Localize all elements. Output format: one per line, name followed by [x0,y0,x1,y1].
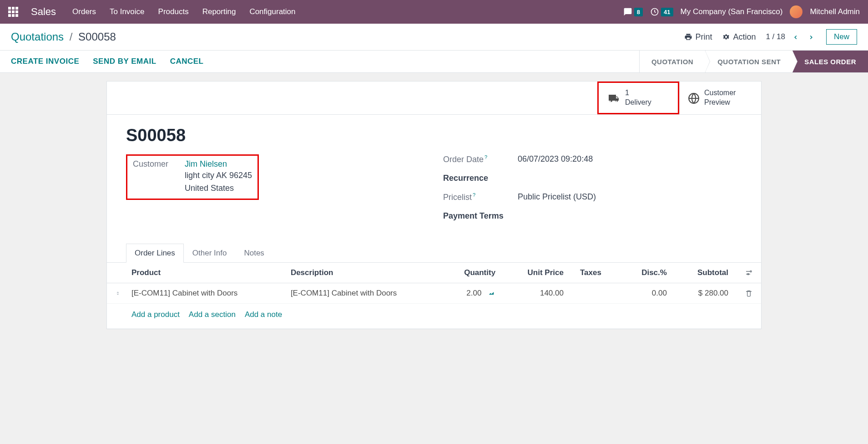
print-button[interactable]: Print [684,32,712,42]
recurrence-label: Recurrence [443,174,507,183]
button-box: 1 Delivery Customer Preview [107,82,761,115]
messages-badge: 8 [634,8,643,16]
drag-handle-icon[interactable] [107,283,123,303]
add-note-link[interactable]: Add a note [245,310,282,319]
cell-product[interactable]: [E-COM11] Cabinet with Doors [123,283,283,303]
chevron-right-icon [808,34,814,41]
col-description[interactable]: Description [283,263,442,283]
cell-description[interactable]: [E-COM11] Cabinet with Doors [283,283,442,303]
send-email-button[interactable]: SEND BY EMAIL [93,57,156,66]
status-bar: QUOTATION QUOTATION SENT SALES ORDER [639,51,868,72]
cell-disc[interactable]: 0.00 [621,283,675,303]
preview-line1: Customer [704,88,736,98]
user-name[interactable]: Mitchell Admin [810,7,860,16]
columns-settings-icon[interactable] [737,263,761,283]
activities-badge: 41 [661,8,673,16]
action-button[interactable]: Action [722,32,756,42]
status-sales-order[interactable]: SALES ORDER [792,51,868,72]
col-product[interactable]: Product [123,263,283,283]
tab-notes[interactable]: Notes [235,244,273,262]
customer-label: Customer [133,159,174,169]
clock-icon [650,7,659,16]
chat-icon [623,7,632,16]
status-quotation[interactable]: QUOTATION [639,51,705,72]
preview-line2: Preview [704,98,736,107]
chevron-left-icon [792,34,799,41]
top-navbar: Sales Orders To Invoice Products Reporti… [0,0,868,24]
add-section-link[interactable]: Add a section [189,310,236,319]
action-bar: CREATE INVOICE SEND BY EMAIL CANCEL QUOT… [0,51,868,73]
customer-link[interactable]: Jim Nielsen [185,159,227,168]
customer-highlight: Customer Jim Nielsen light city AK 96245… [126,154,259,200]
breadcrumb-root[interactable]: Quotations [11,31,64,43]
col-disc[interactable]: Disc.% [621,263,675,283]
globe-icon [688,91,700,104]
printer-icon [684,33,692,41]
cell-quantity[interactable]: 2.00 [442,283,504,303]
order-lines-table: Product Description Quantity Unit Price … [107,263,761,329]
order-number: S00058 [126,126,742,145]
user-avatar[interactable] [790,5,802,18]
help-icon[interactable]: ? [473,192,475,198]
add-product-link[interactable]: Add a product [131,310,180,319]
create-invoice-button[interactable]: CREATE INVOICE [11,57,79,66]
cell-subtotal: $ 280.00 [675,283,737,303]
pager-prev[interactable] [791,32,801,42]
nav-reporting[interactable]: Reporting [202,7,236,16]
pager-count[interactable]: 1 / 18 [766,32,785,41]
tab-other-info[interactable]: Other Info [184,244,236,262]
tabs: Order Lines Other Info Notes [107,244,761,262]
cell-unit-price[interactable]: 140.00 [504,283,572,303]
pager-next[interactable] [806,32,816,42]
help-icon[interactable]: ? [484,154,487,160]
cell-taxes[interactable] [572,283,621,303]
customer-addr2: United States [185,182,252,195]
apps-icon[interactable] [8,7,18,17]
table-row[interactable]: [E-COM11] Cabinet with Doors [E-COM11] C… [107,283,761,303]
customer-preview-button[interactable]: Customer Preview [679,82,761,114]
forecast-icon[interactable] [487,289,495,297]
breadcrumb-current: S00058 [78,31,116,43]
customer-addr1: light city AK 96245 [185,169,252,182]
order-date-value[interactable]: 06/07/2023 09:20:48 [518,154,593,164]
delete-row-icon[interactable] [737,283,761,303]
delivery-stat-button[interactable]: 1 Delivery [597,82,679,114]
activities-button[interactable]: 41 [650,7,673,16]
col-unit-price[interactable]: Unit Price [504,263,572,283]
cancel-button[interactable]: CANCEL [170,57,204,66]
tab-order-lines[interactable]: Order Lines [126,244,184,263]
delivery-count: 1 [625,88,651,98]
payment-terms-label: Payment Terms [443,211,507,221]
breadcrumb-sep: / [70,31,73,43]
nav-configuration[interactable]: Configuration [249,7,295,16]
new-button[interactable]: New [826,29,857,45]
col-subtotal[interactable]: Subtotal [675,263,737,283]
app-name[interactable]: Sales [31,6,56,18]
form-sheet: 1 Delivery Customer Preview S00058 Custo… [106,81,762,329]
truck-icon [607,92,621,104]
pricelist-value[interactable]: Public Pricelist (USD) [518,192,596,202]
nav-to-invoice[interactable]: To Invoice [110,7,145,16]
svg-point-2 [750,271,752,272]
pricelist-label: Pricelist? [443,192,507,202]
nav-orders[interactable]: Orders [72,7,96,16]
breadcrumb: Quotations / S00058 [11,31,116,43]
control-panel: Quotations / S00058 Print Action 1 / 18 … [0,24,868,51]
delivery-label: Delivery [625,98,651,107]
gear-icon [722,33,730,41]
messages-button[interactable]: 8 [623,7,643,16]
order-date-label: Order Date? [443,154,507,164]
nav-products[interactable]: Products [158,7,189,16]
col-quantity[interactable]: Quantity [442,263,504,283]
col-taxes[interactable]: Taxes [572,263,621,283]
company-name[interactable]: My Company (San Francisco) [681,7,783,16]
status-quotation-sent[interactable]: QUOTATION SENT [705,51,792,72]
